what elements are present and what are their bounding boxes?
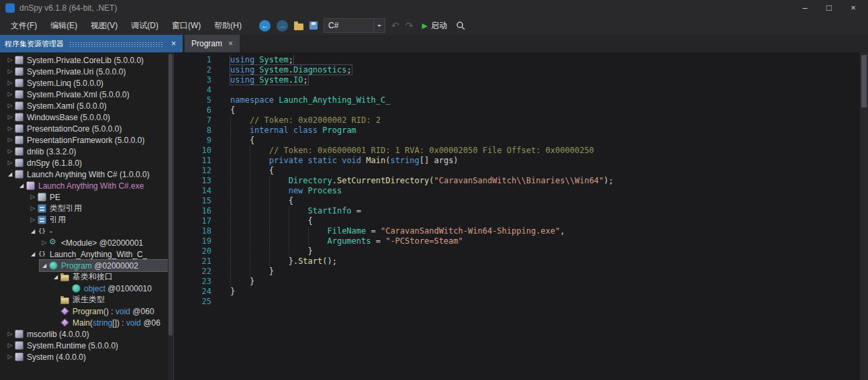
tree-expander[interactable]: ▷ <box>5 111 15 123</box>
line-number: 21 <box>174 256 211 267</box>
method-icon <box>60 318 69 327</box>
tree-item[interactable]: object @01000010 <box>62 283 173 294</box>
menu-item[interactable]: 编辑(E) <box>44 17 84 34</box>
chevron-down-icon[interactable] <box>373 19 385 32</box>
tree-expander[interactable]: ◢ <box>28 226 38 237</box>
tree-item[interactable]: ▷引用 <box>28 214 173 226</box>
menu-item[interactable]: 帮助(H) <box>207 17 248 34</box>
tab-close-icon[interactable]: × <box>228 39 233 48</box>
derived-icon <box>60 295 69 304</box>
base-icon <box>60 273 69 281</box>
editor-scrollbar-thumb[interactable] <box>861 55 867 107</box>
start-debugging-button[interactable]: ▶ 启动 <box>419 20 449 32</box>
tree-item[interactable]: ◢Launch_Anything_With_C_ <box>28 248 173 260</box>
tree-expander[interactable]: ▷ <box>40 237 49 248</box>
tree-item[interactable]: ▷<Module> @02000001 <box>40 237 173 248</box>
close-panel-button[interactable]: × <box>169 39 178 48</box>
line-number: 17 <box>174 216 211 226</box>
code-line: // Token: 0x06000001 RID: 1 RVA: 0x00002… <box>230 146 868 156</box>
code-content[interactable]: using System;using System.Diagnostics;us… <box>221 55 868 380</box>
tree-expander[interactable]: ◢ <box>5 169 15 180</box>
tree-item[interactable]: ▷dnSpy (6.1.8.0) <box>5 157 173 169</box>
tree-expander[interactable]: ▷ <box>5 328 15 340</box>
tree-expander[interactable]: ▷ <box>5 123 15 134</box>
search-icon[interactable] <box>456 21 465 30</box>
tree-expander[interactable]: ▷ <box>28 191 38 203</box>
menu-bar-items: 文件(F)编辑(E)视图(V)调试(D)窗口(W)帮助(H) <box>4 17 248 34</box>
code-line: } <box>230 267 868 277</box>
editor-scrollbar[interactable] <box>860 52 868 380</box>
assembly-icon <box>15 352 23 361</box>
tab-program[interactable]: Program × <box>185 35 240 52</box>
tree-expander[interactable]: ▷ <box>28 214 38 226</box>
tree-expander[interactable]: ▷ <box>5 340 15 351</box>
tree-item[interactable]: ◢- <box>28 226 173 237</box>
menu-item[interactable]: 文件(F) <box>4 17 44 34</box>
assembly-icon <box>15 330 23 338</box>
close-button[interactable]: × <box>841 1 865 15</box>
maximize-button[interactable]: □ <box>817 1 841 15</box>
tree-expander[interactable]: ▷ <box>5 146 15 157</box>
tree-item[interactable]: ▷WindowsBase (5.0.0.0) <box>5 111 173 123</box>
tree-expander[interactable]: ▷ <box>5 66 15 77</box>
tree-expander[interactable]: ◢ <box>17 180 26 191</box>
assembly-explorer-header[interactable]: 程序集资源管理器 × <box>0 35 183 52</box>
tree-expander[interactable]: ▷ <box>5 100 15 111</box>
tree-expander[interactable]: ▷ <box>5 54 15 66</box>
navigate-forward-button[interactable]: → <box>277 20 288 32</box>
menu-item[interactable]: 调试(D) <box>124 17 165 34</box>
open-file-icon[interactable] <box>294 23 303 30</box>
tree-item[interactable]: Main(string[]) : void @06 <box>51 317 173 328</box>
line-number: 19 <box>174 236 211 246</box>
tree-item[interactable]: ▷mscorlib (4.0.0.0) <box>5 328 173 340</box>
tree-item[interactable]: Program() : void @060 <box>51 305 173 317</box>
tree-item[interactable]: ▷PresentationFramework (5.0.0.0) <box>5 134 173 146</box>
line-number: 25 <box>174 297 211 307</box>
tree-item[interactable]: ▷System.Xaml (5.0.0.0) <box>5 100 173 111</box>
menu-item[interactable]: 视图(V) <box>84 17 124 34</box>
language-selector[interactable]: C# <box>324 18 385 33</box>
save-module-icon[interactable] <box>309 21 318 30</box>
tree-expander[interactable]: ◢ <box>40 260 49 271</box>
tree-item[interactable]: ▷System.Private.Xml (5.0.0.0) <box>5 89 173 100</box>
tree-scrollbar-thumb[interactable] <box>168 54 173 336</box>
tree-expander[interactable]: ▷ <box>28 203 38 214</box>
navigate-back-button[interactable]: ← <box>259 20 271 32</box>
tree-expander[interactable]: ▷ <box>5 134 15 146</box>
menu-item[interactable]: 窗口(W) <box>165 17 207 34</box>
tree-expander[interactable]: ▷ <box>5 157 15 169</box>
tree-item[interactable]: ◢Program @02000002 <box>40 260 173 271</box>
line-number: 2 <box>174 65 211 75</box>
tree-item[interactable]: ◢Launch Anything With C#.exe <box>17 180 173 191</box>
tree-item[interactable]: ▷PE <box>28 191 173 203</box>
tree-item[interactable]: ▷dnlib (3.3.2.0) <box>5 146 173 157</box>
redo-button[interactable]: ↷ <box>405 21 414 30</box>
tree-item[interactable]: 派生类型 <box>51 294 173 305</box>
tree-item-label: WindowsBase (5.0.0.0) <box>27 113 110 122</box>
tree-scrollbar[interactable] <box>168 52 173 380</box>
tree-item[interactable]: ◢基类和接口 <box>51 271 173 283</box>
line-number: 7 <box>174 115 211 126</box>
tree-item[interactable]: ▷System.Private.CoreLib (5.0.0.0) <box>5 54 173 66</box>
tree-expander[interactable]: ◢ <box>51 271 60 283</box>
tree-expander[interactable]: ▷ <box>5 351 15 363</box>
tree-item[interactable]: ▷PresentationCore (5.0.0.0) <box>5 123 173 134</box>
window-controls: – □ × <box>793 1 865 15</box>
tree-item[interactable]: ▷类型引用 <box>28 203 173 214</box>
tree-item[interactable]: ▷System.Private.Uri (5.0.0.0) <box>5 66 173 77</box>
undo-button[interactable]: ↶ <box>391 21 399 30</box>
tree-item[interactable]: ▷System.Linq (5.0.0.0) <box>5 77 173 89</box>
assembly-icon <box>15 170 23 179</box>
line-number: 8 <box>174 126 211 136</box>
code-editor[interactable]: 1234567891011121314151617181920212223242… <box>174 52 868 380</box>
line-number: 9 <box>174 136 211 146</box>
tree-item[interactable]: ▷System.Runtime (5.0.0.0) <box>5 340 173 351</box>
tree-item[interactable]: ▷System (4.0.0.0) <box>5 351 173 363</box>
tree-expander[interactable]: ▷ <box>5 77 15 89</box>
tree-expander[interactable]: ▷ <box>5 89 15 100</box>
tree-expander[interactable]: ◢ <box>28 248 38 260</box>
play-icon: ▶ <box>422 21 427 30</box>
tree-item[interactable]: ◢Launch Anything With C# (1.0.0.0) <box>5 169 173 180</box>
minimize-button[interactable]: – <box>793 1 817 15</box>
ns-icon <box>38 250 46 258</box>
